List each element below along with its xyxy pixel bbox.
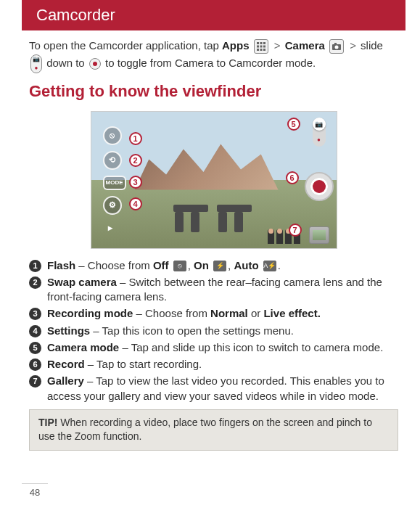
viewfinder-figure: ⦸ ⟲ MODE ⚙ ▸ 📷 ● 1 2 3 4 5 6 — [29, 111, 398, 251]
camera-app-icon — [329, 39, 344, 54]
legend-title: Flash — [47, 259, 75, 271]
legend-item-swap: 2 Swap camera – Switch between the rear–… — [29, 275, 398, 305]
legend-item-record: 6 Record – Tap to start recording. — [29, 357, 398, 372]
legend-desc: Camera mode – Tap and slide up this icon… — [47, 340, 383, 355]
page-header: Camcorder — [22, 0, 405, 30]
flash-icon[interactable]: ⦸ — [103, 126, 122, 145]
intro-prefix: To open the Camcorder application, tap — [29, 39, 222, 52]
legend-desc: Swap camera – Switch between the rear–fa… — [47, 275, 398, 305]
flash-on-icon: ⚡ — [213, 261, 226, 271]
slider-camera-icon: 📷● — [30, 54, 42, 73]
legend-list: 1 Flash – Choose from Off ⦸, On ⚡, Auto … — [29, 258, 398, 403]
legend-desc: Flash – Choose from Off ⦸, On ⚡, Auto A⚡… — [47, 258, 281, 273]
slider-knob-camera-icon: 📷 — [313, 118, 326, 131]
gallery-thumbnail[interactable] — [309, 226, 329, 244]
camera-label: Camera — [285, 39, 325, 52]
tip-label: TIP! — [38, 417, 57, 428]
svg-rect-4 — [260, 46, 262, 48]
swap-camera-icon[interactable]: ⟲ — [103, 151, 122, 170]
mode-slider[interactable]: 📷 ● — [313, 118, 326, 147]
callout-6: 6 — [286, 171, 299, 184]
flash-auto-icon: A⚡ — [263, 261, 276, 271]
intro-tail: to toggle from Camera to Camcorder mode. — [105, 56, 316, 68]
stone-formation — [175, 202, 276, 232]
callout-4: 4 — [129, 197, 142, 210]
flash-off-icon: ⦸ — [173, 261, 186, 271]
legend-item-cameramode: 5 Camera mode – Tap and slide up this ic… — [29, 340, 398, 355]
svg-rect-3 — [257, 46, 259, 48]
legend-num: 5 — [29, 342, 41, 354]
legend-item-gallery: 7 Gallery – Tap to view the last video y… — [29, 374, 398, 403]
apps-label: Apps — [222, 39, 250, 52]
legend-item-flash: 1 Flash – Choose from Off ⦸, On ⚡, Auto … — [29, 258, 398, 273]
legend-num: 1 — [29, 260, 41, 272]
tip-box: TIP! When recording a video, place two f… — [29, 409, 398, 451]
record-button[interactable] — [305, 172, 334, 201]
breadcrumb-separator: > — [273, 39, 282, 52]
svg-point-10 — [335, 46, 339, 49]
intro-paragraph: To open the Camcorder application, tap A… — [29, 38, 398, 73]
page-number: 48 — [22, 483, 48, 498]
callout-2: 2 — [129, 154, 142, 167]
left-control-column: ⦸ ⟲ MODE ⚙ ▸ — [103, 126, 126, 235]
recording-mode-icon[interactable]: MODE — [103, 176, 126, 190]
callout-7: 7 — [289, 224, 302, 237]
breadcrumb-separator-2: > — [348, 39, 358, 52]
header-title: Camcorder — [36, 6, 115, 24]
svg-rect-7 — [260, 49, 262, 51]
legend-num: 6 — [29, 359, 41, 371]
legend-item-settings: 4 Settings – Tap this icon to open the s… — [29, 324, 398, 338]
camcorder-mode-icon — [89, 58, 101, 70]
slider-video-icon: ● — [314, 135, 324, 145]
viewfinder-preview: ⦸ ⟲ MODE ⚙ ▸ 📷 ● 1 2 3 4 5 6 — [91, 111, 337, 249]
page-content: To open the Camcorder application, tap A… — [0, 38, 420, 451]
apps-grid-icon — [254, 39, 268, 54]
svg-rect-11 — [334, 43, 337, 44]
mountain-backdrop — [135, 139, 279, 190]
legend-desc: Gallery – Tap to view the last video you… — [47, 374, 398, 403]
legend-num: 4 — [29, 325, 41, 337]
callout-5: 5 — [287, 118, 300, 131]
intro-suffix: down to — [46, 56, 88, 68]
svg-rect-1 — [260, 42, 262, 44]
expand-arrow-icon[interactable]: ▸ — [103, 221, 118, 235]
tip-text: When recording a video, place two finger… — [38, 417, 372, 443]
legend-desc: Settings – Tap this icon to open the set… — [47, 324, 294, 338]
svg-rect-0 — [257, 42, 259, 44]
legend-num: 7 — [29, 375, 41, 388]
settings-gear-icon[interactable]: ⚙ — [103, 196, 122, 215]
section-title: Getting to know the viewfinder — [29, 82, 398, 101]
svg-rect-5 — [263, 46, 265, 48]
record-dot-icon — [313, 180, 326, 193]
svg-rect-8 — [263, 49, 265, 51]
right-control-column: 📷 ● — [306, 116, 332, 244]
legend-num: 2 — [29, 276, 41, 289]
legend-desc: Record – Tap to start recording. — [47, 357, 202, 372]
callout-1: 1 — [129, 132, 142, 145]
legend-desc: Recording mode – Choose from Normal or L… — [47, 306, 321, 321]
svg-rect-2 — [263, 42, 265, 44]
svg-rect-6 — [257, 49, 259, 51]
callout-3: 3 — [129, 176, 142, 189]
legend-item-recmode: 3 Recording mode – Choose from Normal or… — [29, 306, 398, 321]
legend-num: 3 — [29, 308, 41, 320]
